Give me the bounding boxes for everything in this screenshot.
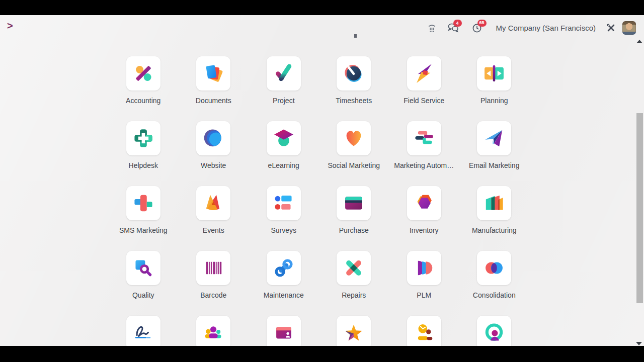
app-icon <box>477 316 511 346</box>
scrollbar-thumb[interactable] <box>636 113 643 303</box>
surveys-icon <box>272 192 295 215</box>
documents-icon <box>202 62 225 85</box>
app-label: Helpdesk <box>129 161 158 169</box>
app-label: Documents <box>196 97 231 105</box>
app-icon <box>407 186 441 220</box>
app-label: Surveys <box>271 226 296 234</box>
app-tile-barcode[interactable]: Barcode <box>196 251 230 316</box>
developer-tools-icon[interactable] <box>607 24 615 32</box>
app-icon <box>407 56 441 90</box>
app-tile-website[interactable]: Website <box>196 121 230 186</box>
clock-person-icon <box>413 321 436 344</box>
app-tile-person-in-ring[interactable] <box>477 316 511 346</box>
app-icon <box>337 251 371 285</box>
marketing-automation-icon <box>413 127 436 150</box>
app-tile-accounting[interactable]: Accounting <box>126 56 160 121</box>
app-label: Events <box>203 226 224 234</box>
app-icon <box>337 186 371 220</box>
app-icon <box>196 251 230 285</box>
app-label: Consolidation <box>473 291 516 299</box>
card-person-icon <box>272 321 295 344</box>
app-tile-consolidation[interactable]: Consolidation <box>473 251 516 316</box>
app-tile-purchase[interactable]: Purchase <box>337 186 371 251</box>
company-switcher[interactable]: My Company (San Francisco) <box>496 24 596 32</box>
app-icon <box>267 316 301 346</box>
app-icon <box>196 186 230 220</box>
app-label: Timesheets <box>336 97 372 105</box>
app-label: Accounting <box>126 97 160 105</box>
app-tile-faceted-star[interactable] <box>337 316 371 346</box>
app-tile-timesheets[interactable]: Timesheets <box>336 56 372 121</box>
maintenance-icon <box>272 256 295 280</box>
plm-icon <box>413 256 436 280</box>
app-tile-quality[interactable]: Quality <box>126 251 160 316</box>
app-tile-plm[interactable]: PLM <box>407 251 441 316</box>
app-label: eLearning <box>268 161 299 169</box>
app-tile-project[interactable]: Project <box>267 56 301 121</box>
app-tile-field-service[interactable]: Field Service <box>404 56 444 121</box>
scrollbar-down-arrow[interactable] <box>636 342 642 345</box>
app-icon <box>477 186 511 220</box>
app-icon <box>407 121 441 155</box>
app-icon <box>196 121 230 155</box>
consolidation-icon <box>482 256 506 280</box>
app-tile-inventory[interactable]: Inventory <box>407 186 441 251</box>
activity-clock-icon[interactable]: 65 <box>472 23 482 33</box>
app-tile-signature[interactable] <box>126 316 160 346</box>
app-icon <box>407 316 441 346</box>
app-tile-documents[interactable]: Documents <box>196 56 231 121</box>
inventory-icon <box>413 192 436 215</box>
app-label: Website <box>201 161 226 169</box>
app-tile-social-marketing[interactable]: Social Marketing <box>328 121 380 186</box>
app-tile-events[interactable]: Events <box>196 186 230 251</box>
people-group-icon <box>202 321 225 344</box>
elearning-icon <box>272 127 295 150</box>
app-tile-maintenance[interactable]: Maintenance <box>264 251 304 316</box>
app-grid: Accounting Documents Project Timesheets … <box>108 56 529 346</box>
app-tile-elearning[interactable]: eLearning <box>267 121 301 186</box>
app-label: Repairs <box>342 291 366 299</box>
scrollbar-up-arrow[interactable] <box>636 40 642 43</box>
app-tile-helpdesk[interactable]: Helpdesk <box>126 121 160 186</box>
app-icon <box>337 121 371 155</box>
sms-marketing-icon <box>132 192 155 215</box>
phone-icon[interactable] <box>427 23 437 33</box>
app-tile-manufacturing[interactable]: Manufacturing <box>472 186 517 251</box>
accounting-icon <box>132 62 155 85</box>
email-marketing-icon <box>482 127 506 150</box>
manufacturing-icon <box>482 192 506 215</box>
person-in-ring-icon <box>482 321 506 344</box>
app-icon <box>126 56 160 90</box>
app-tile-people-group[interactable] <box>196 316 230 346</box>
menu-toggle-chevron[interactable]: > <box>7 21 13 31</box>
app-tile-repairs[interactable]: Repairs <box>337 251 371 316</box>
app-tile-email-marketing[interactable]: Email Marketing <box>469 121 519 186</box>
barcode-icon <box>202 256 225 280</box>
app-icon <box>126 121 160 155</box>
events-icon <box>202 192 225 215</box>
app-tile-sms-marketing[interactable]: SMS Marketing <box>119 186 168 251</box>
messages-icon[interactable]: 4 <box>448 23 459 33</box>
app-tile-marketing-autom[interactable]: Marketing Autom… <box>394 121 454 186</box>
faceted-star-icon <box>342 321 365 344</box>
app-label: Social Marketing <box>328 161 380 169</box>
user-avatar[interactable] <box>622 21 636 35</box>
app-icon <box>477 56 511 90</box>
app-tile-clock-person[interactable] <box>407 316 441 346</box>
app-label: Maintenance <box>264 291 304 299</box>
app-tile-card-person[interactable] <box>267 316 301 346</box>
app-tile-surveys[interactable]: Surveys <box>267 186 301 251</box>
signature-icon <box>132 321 155 344</box>
field-service-icon <box>413 62 436 85</box>
app-icon <box>126 186 160 220</box>
app-icon <box>196 56 230 90</box>
odoo-home-screen: > 4 65 My <box>0 15 644 346</box>
app-tile-planning[interactable]: Planning <box>477 56 511 121</box>
repairs-icon <box>342 256 365 280</box>
helpdesk-icon <box>132 127 155 150</box>
quality-icon <box>132 256 155 280</box>
app-label: Inventory <box>410 226 439 234</box>
app-icon <box>477 251 511 285</box>
app-icon <box>267 56 301 90</box>
app-label: Purchase <box>339 226 369 234</box>
